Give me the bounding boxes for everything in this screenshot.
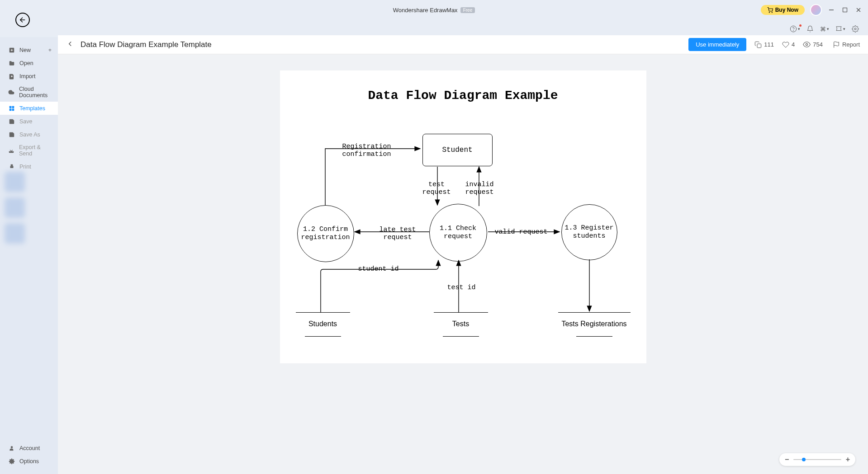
cart-icon [767, 7, 773, 13]
template-topbar: Data Flow Diagram Example Template Use i… [58, 35, 868, 54]
diagram-title: Data Flow Diagram Example [280, 89, 646, 103]
process-11: 1.1 Check request [429, 204, 487, 262]
sidebar-item-label: Options [19, 458, 39, 465]
svg-point-8 [854, 28, 856, 30]
back-button[interactable] [15, 13, 30, 27]
sidebar-item-label: Save [19, 118, 33, 125]
datastore-tests: Tests [434, 312, 488, 337]
eye-icon [803, 41, 811, 48]
svg-rect-15 [9, 108, 11, 111]
datastore-label: Tests [434, 320, 488, 328]
close-button[interactable] [854, 6, 863, 14]
stat-value: 4 [792, 41, 795, 48]
svg-point-7 [793, 30, 794, 31]
help-icon[interactable]: ▾ [790, 25, 800, 33]
gear-icon [8, 458, 15, 465]
svg-rect-3 [843, 8, 847, 12]
sidebar-item-label: New [19, 47, 31, 53]
flow-label: late test request [379, 226, 416, 242]
process-13: 1.3 Register students [561, 204, 617, 260]
svg-rect-16 [12, 108, 14, 111]
zoom-thumb[interactable] [802, 458, 806, 461]
back-chevron[interactable] [66, 40, 74, 50]
sidebar-item-export[interactable]: Export & Send [0, 141, 58, 160]
diagram-canvas: Data Flow Diagram Example [280, 70, 646, 363]
sidebar-item-label: Account [19, 445, 40, 451]
likes-stat[interactable]: 4 [782, 41, 795, 48]
minimize-button[interactable] [827, 6, 835, 14]
sidebar-item-new[interactable]: New + [0, 43, 58, 56]
print-icon [8, 163, 15, 170]
zoom-out-button[interactable]: − [785, 455, 789, 464]
flow-label: Registration confirmation [342, 143, 391, 159]
flow-label: student id [358, 265, 399, 273]
free-badge: Free [460, 7, 475, 13]
page-title: Data Flow Diagram Example Template [81, 40, 688, 49]
sidebar-item-label: Save As [19, 131, 40, 138]
pin-icon[interactable]: ▾ [835, 26, 845, 33]
user-icon [8, 445, 15, 451]
svg-rect-14 [12, 106, 14, 108]
svg-point-6 [790, 26, 796, 32]
svg-rect-13 [9, 106, 11, 108]
canvas-area[interactable]: Data Flow Diagram Example [58, 54, 868, 474]
settings-icon[interactable] [852, 25, 859, 33]
copy-icon [754, 41, 762, 48]
save-as-icon [8, 131, 15, 138]
sidebar-item-label: Open [19, 60, 33, 66]
sidebar-item-open[interactable]: Open [0, 56, 58, 70]
arrow-left-icon [19, 16, 27, 24]
zoom-slider[interactable] [793, 459, 841, 460]
sidebar-item-label: Import [19, 73, 35, 80]
flow-label: invalid request [465, 181, 494, 197]
buy-now-label: Buy Now [775, 7, 798, 13]
svg-point-22 [806, 43, 808, 45]
bell-icon[interactable] [806, 25, 814, 33]
import-icon [8, 73, 15, 80]
svg-point-0 [769, 12, 769, 12]
flow-label: valid request [495, 228, 548, 236]
sidebar-item-label: Cloud Documents [19, 86, 50, 99]
cloud-icon [8, 89, 14, 96]
save-icon [8, 118, 15, 125]
entity-student: Student [422, 134, 493, 166]
datastore-students: Students [296, 312, 350, 337]
zoom-control: − + [779, 453, 855, 466]
sidebar-item-cloud[interactable]: Cloud Documents [0, 83, 58, 102]
sidebar-item-options[interactable]: Options [0, 455, 58, 468]
maximize-button[interactable] [841, 6, 849, 14]
flow-label: test request [422, 181, 451, 197]
sidebar-item-import[interactable]: Import [0, 70, 58, 83]
views-stat[interactable]: 754 [803, 41, 823, 48]
flow-label: test id [447, 284, 476, 291]
buy-now-button[interactable]: Buy Now [761, 5, 805, 15]
sidebar-item-label: Templates [19, 105, 45, 112]
templates-icon [8, 105, 15, 112]
report-button[interactable]: Report [833, 41, 860, 48]
stat-value: 111 [764, 41, 774, 48]
datastore-label: Students [296, 320, 350, 328]
sidebar-item-save[interactable]: Save [0, 115, 58, 128]
process-12: 1.2 Confirm registration [297, 205, 354, 262]
sidebar-item-templates[interactable]: Templates [0, 102, 58, 115]
avatar[interactable] [810, 4, 822, 16]
svg-point-19 [10, 446, 13, 448]
flag-icon [833, 41, 840, 48]
zoom-in-button[interactable]: + [846, 455, 850, 464]
sidebar-item-saveas[interactable]: Save As [0, 128, 58, 141]
sidebar-item-account[interactable]: Account [0, 441, 58, 455]
toolstrip: ▾ ⌘▾ ▾ [790, 23, 859, 35]
titlebar: Wondershare EdrawMax Free Buy Now [0, 0, 868, 20]
svg-point-1 [772, 12, 772, 12]
copies-stat[interactable]: 111 [754, 41, 774, 48]
sidebar-item-label: Print [19, 164, 31, 170]
main-content: Data Flow Diagram Example Template Use i… [58, 35, 868, 474]
sidebar-item-print[interactable]: Print [0, 160, 58, 173]
folder-icon [8, 60, 15, 66]
desktop-background-blur [5, 172, 54, 330]
use-immediately-button[interactable]: Use immediately [688, 38, 746, 51]
svg-rect-21 [757, 44, 761, 48]
shortcuts-icon[interactable]: ⌘▾ [820, 26, 829, 33]
datastore-testsreg: Tests Registerations [554, 312, 635, 337]
plus-icon[interactable]: + [48, 47, 52, 53]
